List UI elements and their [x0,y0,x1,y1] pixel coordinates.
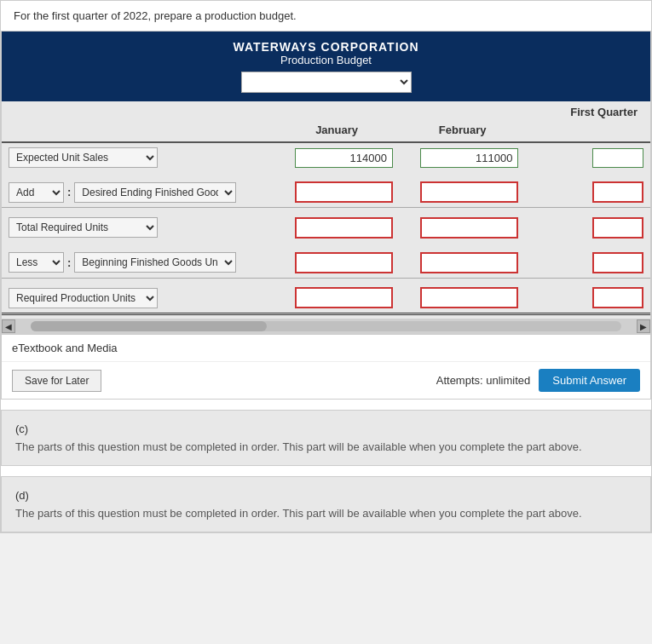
row3-extra-cell [525,213,650,243]
row2-feb-cell [400,177,526,208]
extra-expected-unit-sales-input[interactable] [592,148,643,168]
feb-total-required-input[interactable] [420,217,518,239]
table-wrapper: First Quarter January February [2,101,650,334]
feb-beginning-finished-input[interactable] [420,252,518,273]
scrollbar-thumb[interactable] [31,321,267,331]
table-row: Less Add : Beginning Finished Goods Unit… [2,248,650,279]
extra-beginning-finished-input[interactable] [592,252,643,273]
scroll-left-arrow[interactable]: ◀ [2,319,15,333]
colon: : [67,186,71,198]
table-row: Required Production Units [2,283,650,314]
part-d-section: (d) The parts of this question must be c… [1,476,651,532]
extra-required-production-input[interactable] [592,287,643,308]
required-production-units-dropdown[interactable]: Required Production Units [9,288,158,308]
part-d-description: The parts of this question must be compl… [15,507,637,520]
extra-total-required-input[interactable] [592,217,643,239]
beginning-finished-goods-dropdown[interactable]: Beginning Finished Goods Unit Desired En… [74,252,236,273]
quarter-label: First Quarter [570,106,642,118]
scrollbar-track[interactable] [31,321,621,331]
row3-jan-cell [274,213,400,243]
submit-answer-button[interactable]: Submit Answer [539,369,640,392]
etextbook-label: eTextbook and Media [12,342,118,354]
jan-beginning-finished-input[interactable] [295,252,393,273]
col-extra-header [525,118,650,142]
scroll-right-arrow[interactable]: ▶ [637,319,650,333]
action-row: Save for Later Attempts: unlimited Submi… [2,361,650,399]
budget-title: Production Budget [10,54,642,66]
col-february-header: February [400,118,526,142]
table-row: Add Less : Desired Ending Finished Goods… [2,177,650,208]
quarter-label-row: First Quarter [2,101,650,118]
jan-desired-ending-input[interactable] [295,181,393,203]
row4-jan-cell [274,248,400,279]
row1-jan-cell [274,142,400,172]
col-january-header: January [274,118,400,142]
horizontal-scrollbar[interactable]: ◀ ▶ [2,319,650,334]
part-c-section: (c) The parts of this question must be c… [1,410,651,466]
row4-label-cell: Less Add : Beginning Finished Goods Unit… [2,248,274,279]
table-row: Total Required Units [2,213,650,243]
jan-total-required-input[interactable] [295,217,393,239]
row5-jan-cell [274,283,400,314]
budget-header: WATERWAYS CORPORATION Production Budget … [2,32,650,101]
attempts-text: Attempts: unlimited [436,374,531,387]
add-less-dropdown-2[interactable]: Less Add [9,252,64,273]
part-c-description: The parts of this question must be compl… [15,440,637,453]
row1-extra-cell [525,142,650,172]
col-label-header [2,118,274,142]
right-actions: Attempts: unlimited Submit Answer [436,369,640,392]
row4-feb-cell [400,248,526,279]
part-d-label: (d) [15,489,637,502]
corp-name: WATERWAYS CORPORATION [10,40,642,54]
row1-label-cell: Expected Unit Sales [2,142,274,172]
part-c-label: (c) [15,423,637,435]
save-for-later-button[interactable]: Save for Later [12,370,101,392]
etextbook-row: eTextbook and Media [2,334,650,361]
instructions: For the first quarter of 2022, prepare a… [1,1,651,31]
jan-expected-unit-sales-input[interactable] [295,148,393,168]
feb-required-production-input[interactable] [420,287,518,308]
budget-table: January February Expected Unit Sales [2,118,650,319]
budget-section: WATERWAYS CORPORATION Production Budget … [1,31,651,400]
colon-2: : [67,256,71,269]
feb-desired-ending-input[interactable] [420,181,518,203]
jan-required-production-input[interactable] [295,287,393,308]
row5-feb-cell [400,283,526,314]
row2-label-cell: Add Less : Desired Ending Finished Goods… [2,177,274,208]
row3-feb-cell [400,213,526,243]
expected-unit-sales-dropdown[interactable]: Expected Unit Sales [9,147,158,168]
row2-jan-cell [274,177,400,208]
ending-beginning-dropdown[interactable]: Desired Ending Finished Goods Unit Begin… [74,182,236,203]
row3-label-cell: Total Required Units [2,213,274,243]
row4-extra-cell [525,248,650,279]
feb-expected-unit-sales-input[interactable] [420,148,518,168]
instructions-text: For the first quarter of 2022, prepare a… [14,9,297,22]
table-row: Expected Unit Sales [2,142,650,172]
budget-type-dropdown[interactable]: Production Budget [241,72,412,93]
row5-label-cell: Required Production Units [2,283,274,314]
extra-desired-ending-input[interactable] [592,181,643,203]
row1-feb-cell [400,142,526,172]
total-required-units-dropdown[interactable]: Total Required Units [9,217,158,238]
row2-extra-cell [525,177,650,208]
row5-extra-cell [525,283,650,314]
add-less-dropdown[interactable]: Add Less [9,182,64,203]
